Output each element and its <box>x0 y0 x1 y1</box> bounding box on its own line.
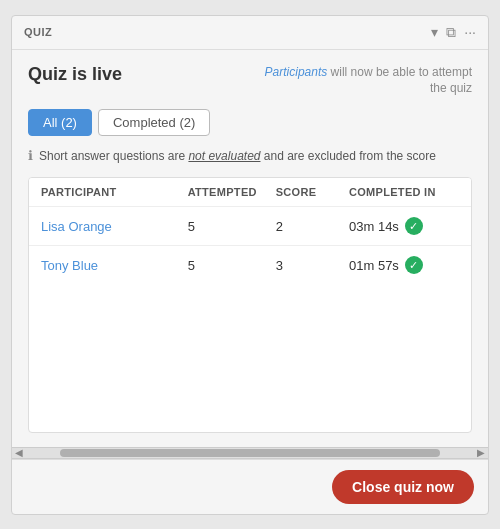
widget-body: Quiz is live Participants will now be ab… <box>12 50 488 447</box>
scrollbar-right-arrow[interactable]: ▶ <box>477 447 485 458</box>
participant-score-1: 2 <box>276 219 349 234</box>
close-quiz-button[interactable]: Close quiz now <box>332 470 474 504</box>
completed-check-icon-1: ✓ <box>405 217 423 235</box>
quiz-title: Quiz is live <box>28 64 122 85</box>
info-note-row: ℹ Short answer questions are not evaluat… <box>28 148 472 163</box>
status-message-suffix: will now be able to attempt the quiz <box>327 65 472 96</box>
participant-name-2: Tony Blue <box>41 258 188 273</box>
quiz-widget: QUIZ ▾ ⧉ ··· Quiz is live Participants w… <box>11 15 489 515</box>
table-row: Tony Blue 5 3 01m 57s ✓ <box>29 245 471 284</box>
participant-score-2: 3 <box>276 258 349 273</box>
tab-all[interactable]: All (2) <box>28 109 92 136</box>
widget-header: QUIZ ▾ ⧉ ··· <box>12 16 488 50</box>
scrollbar-track[interactable]: ◀ ▶ <box>12 447 488 459</box>
participant-name-1: Lisa Orange <box>41 219 188 234</box>
table-row: Lisa Orange 5 2 03m 14s ✓ <box>29 206 471 245</box>
collapse-icon[interactable]: ▾ <box>431 24 438 40</box>
more-options-icon[interactable]: ··· <box>464 24 476 40</box>
scrollbar-thumb[interactable] <box>60 449 441 457</box>
widget-title: QUIZ <box>24 26 52 38</box>
info-note-text: Short answer questions are not evaluated… <box>39 149 436 163</box>
window-icon[interactable]: ⧉ <box>446 24 456 41</box>
col-header-participant: PARTICIPANT <box>41 186 188 198</box>
quiz-header: Quiz is live Participants will now be ab… <box>28 64 472 98</box>
participant-attempted-2: 5 <box>188 258 276 273</box>
widget-controls: ▾ ⧉ ··· <box>431 24 476 41</box>
participant-completed-in-2: 01m 57s ✓ <box>349 256 459 274</box>
participants-table: PARTICIPANT ATTEMPTED SCORE COMPLETED IN… <box>28 177 472 432</box>
scrollbar-left-arrow[interactable]: ◀ <box>15 447 23 458</box>
col-header-attempted: ATTEMPTED <box>188 186 276 198</box>
table-empty-space <box>29 284 471 364</box>
widget-footer: Close quiz now <box>12 459 488 514</box>
table-header: PARTICIPANT ATTEMPTED SCORE COMPLETED IN <box>29 178 471 206</box>
tab-completed[interactable]: Completed (2) <box>98 109 210 136</box>
info-icon: ℹ <box>28 148 33 163</box>
col-header-score: SCORE <box>276 186 349 198</box>
tabs-container: All (2) Completed (2) <box>28 109 472 136</box>
quiz-status-message: Participants will now be able to attempt… <box>252 64 472 98</box>
participant-attempted-1: 5 <box>188 219 276 234</box>
completed-check-icon-2: ✓ <box>405 256 423 274</box>
participants-link: Participants <box>265 65 328 79</box>
col-header-completed-in: COMPLETED IN <box>349 186 459 198</box>
participant-completed-in-1: 03m 14s ✓ <box>349 217 459 235</box>
